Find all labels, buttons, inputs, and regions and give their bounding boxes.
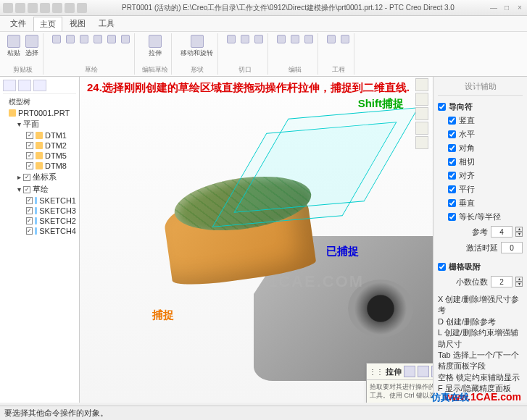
menu-tools[interactable]: 工具 bbox=[93, 17, 120, 30]
guide-check[interactable] bbox=[438, 103, 446, 111]
chk-vertical[interactable] bbox=[448, 117, 456, 125]
dec-spinner[interactable]: ▴▾ bbox=[515, 277, 523, 287]
rect-button[interactable] bbox=[78, 33, 90, 45]
extrude-button[interactable]: 拉伸 bbox=[147, 33, 163, 59]
chk-perpendicular[interactable] bbox=[448, 199, 456, 207]
mirror-button[interactable] bbox=[289, 33, 301, 45]
pattern-button[interactable] bbox=[275, 33, 287, 45]
menu-file[interactable]: 文件 bbox=[4, 17, 32, 30]
ref-spinner[interactable]: ▴▾ bbox=[515, 227, 523, 237]
tree-tab-detail[interactable] bbox=[33, 80, 46, 91]
ref-input[interactable] bbox=[491, 226, 513, 238]
tree-planes[interactable]: ▾ 平面 bbox=[3, 118, 76, 130]
grid-check[interactable] bbox=[438, 263, 446, 271]
tree-sketch2[interactable]: ✓SKETCH2 bbox=[3, 216, 76, 226]
chk-horizontal[interactable] bbox=[448, 130, 456, 138]
tree-dtm2[interactable]: ✓DTM2 bbox=[3, 140, 76, 151]
decimal-input[interactable] bbox=[491, 276, 513, 287]
tree-tab-layer[interactable] bbox=[18, 80, 31, 91]
offset-button[interactable] bbox=[239, 33, 251, 45]
vis-check[interactable]: ✓ bbox=[26, 227, 33, 235]
qat-save-icon[interactable] bbox=[28, 3, 38, 13]
arc-button[interactable] bbox=[65, 33, 76, 45]
ribbon-group-clipboard: 粘贴 选择 剪贴板 bbox=[3, 33, 43, 75]
copy-button[interactable] bbox=[303, 33, 315, 45]
tree-tab-model[interactable] bbox=[3, 80, 16, 91]
chk-equal[interactable] bbox=[448, 213, 456, 221]
chk-tangent[interactable] bbox=[448, 158, 456, 166]
vis-check[interactable]: ✓ bbox=[26, 197, 33, 204]
qat-new-icon[interactable] bbox=[3, 3, 13, 13]
chamfer-button[interactable] bbox=[339, 33, 351, 45]
vis-check[interactable]: ✓ bbox=[23, 186, 30, 193]
view-saved-icon[interactable] bbox=[415, 136, 428, 149]
circle-button[interactable] bbox=[92, 33, 104, 45]
tree-csys[interactable]: ▸ ✓坐标系 bbox=[3, 171, 76, 183]
tree-dtm8[interactable]: ✓DTM8 bbox=[3, 161, 76, 171]
qat-close-icon[interactable] bbox=[77, 3, 87, 13]
qat-open-icon[interactable] bbox=[15, 3, 25, 13]
minimize-button[interactable]: — bbox=[489, 4, 498, 12]
ribbon-group-edit: 编辑 bbox=[273, 33, 318, 75]
title-bar: PRT0001 (活动的) E:\Creo工作目录\工作文件\0912\Dire… bbox=[0, 0, 527, 16]
model-3d[interactable] bbox=[138, 164, 413, 366]
view-refit-icon[interactable] bbox=[415, 78, 428, 91]
status-text: 要选择其他命令操作的对象。 bbox=[4, 408, 108, 419]
view-zoom-icon[interactable] bbox=[415, 93, 428, 106]
annotation-capture: 捕捉 bbox=[152, 308, 174, 322]
menu-view[interactable]: 视图 bbox=[64, 17, 91, 30]
chk-align[interactable] bbox=[448, 172, 456, 180]
move-button[interactable]: 移动和旋转 bbox=[179, 33, 215, 59]
popup-title: 拉伸 bbox=[386, 366, 402, 377]
edit-button[interactable] bbox=[253, 33, 265, 45]
spline-button[interactable] bbox=[120, 33, 131, 45]
vis-check[interactable]: ✓ bbox=[26, 132, 33, 139]
vis-check[interactable]: ✓ bbox=[26, 152, 33, 159]
tree-sketch3[interactable]: ✓SKETCH3 bbox=[3, 206, 76, 216]
vis-check[interactable]: ✓ bbox=[26, 162, 33, 169]
popup-tool-3[interactable] bbox=[431, 366, 433, 377]
line-button[interactable] bbox=[51, 33, 62, 45]
select-button[interactable]: 选择 bbox=[24, 33, 40, 59]
menu-home[interactable]: 主页 bbox=[33, 17, 62, 31]
qat-regen-icon[interactable] bbox=[65, 3, 75, 13]
qat-redo-icon[interactable] bbox=[52, 3, 62, 13]
maximize-button[interactable]: □ bbox=[502, 4, 511, 12]
ribbon-group-shape: 移动和旋转 形状 bbox=[176, 33, 218, 75]
window-controls: — □ × bbox=[489, 4, 524, 12]
annotation-captured: 已捕捉 bbox=[326, 245, 359, 259]
vis-check[interactable]: ✓ bbox=[26, 207, 33, 214]
paste-icon bbox=[7, 35, 20, 48]
delay-input[interactable] bbox=[501, 242, 523, 253]
tree-sketches[interactable]: ▾ ✓草绘 bbox=[3, 183, 76, 196]
tree-dtm1[interactable]: ✓DTM1 bbox=[3, 130, 76, 140]
tree-dtm5[interactable]: ✓DTM5 bbox=[3, 151, 76, 161]
viewport[interactable]: 24.选择刚刚创建的草绘区域直接拖动操作杆拉伸，捕捉到二维直线. Shift捕捉… bbox=[80, 77, 433, 403]
popup-tool-1[interactable] bbox=[404, 366, 415, 377]
tree-root[interactable]: PRT0001.PRT bbox=[3, 108, 76, 118]
view-rotate-icon[interactable] bbox=[415, 122, 428, 135]
part-icon bbox=[9, 109, 16, 117]
sketch-icon bbox=[35, 227, 37, 235]
vis-check[interactable]: ✓ bbox=[23, 174, 30, 181]
chk-diagonal[interactable] bbox=[448, 144, 456, 152]
ribbon-group-sketch: 草绘 bbox=[48, 33, 135, 75]
tree-title: 模型树 bbox=[3, 96, 76, 108]
paste-button[interactable]: 粘贴 bbox=[6, 33, 22, 59]
qat-undo-icon[interactable] bbox=[40, 3, 50, 13]
popup-tool-2[interactable] bbox=[418, 366, 429, 377]
tree-sketch1[interactable]: ✓SKETCH1 bbox=[3, 196, 76, 206]
chk-parallel[interactable] bbox=[448, 185, 456, 193]
ellipse-button[interactable] bbox=[106, 33, 117, 45]
vis-check[interactable]: ✓ bbox=[26, 142, 33, 149]
round-button[interactable] bbox=[325, 33, 337, 45]
view-pan-icon[interactable] bbox=[415, 107, 428, 120]
offset-icon bbox=[241, 35, 249, 43]
pull-button[interactable] bbox=[225, 33, 237, 45]
close-button[interactable]: × bbox=[515, 4, 524, 12]
popup-grip[interactable]: ⋮⋮ bbox=[369, 368, 383, 376]
tree-sketch4[interactable]: ✓SKETCH4 bbox=[3, 226, 76, 236]
panel-title: 设计辅助 bbox=[438, 81, 523, 96]
vis-check[interactable]: ✓ bbox=[26, 217, 33, 224]
round-icon bbox=[327, 35, 336, 43]
